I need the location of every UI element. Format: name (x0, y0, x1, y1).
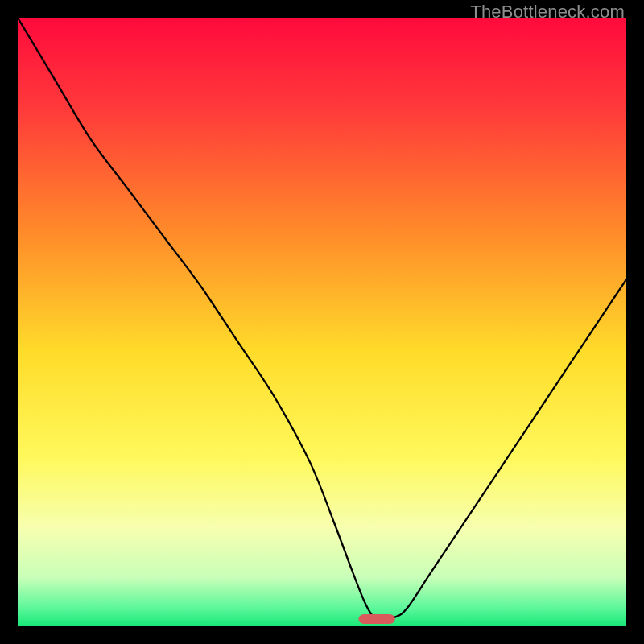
optimum-marker (358, 614, 394, 624)
gradient-background (18, 18, 626, 626)
bottleneck-chart (18, 18, 626, 626)
chart-frame (18, 18, 626, 626)
